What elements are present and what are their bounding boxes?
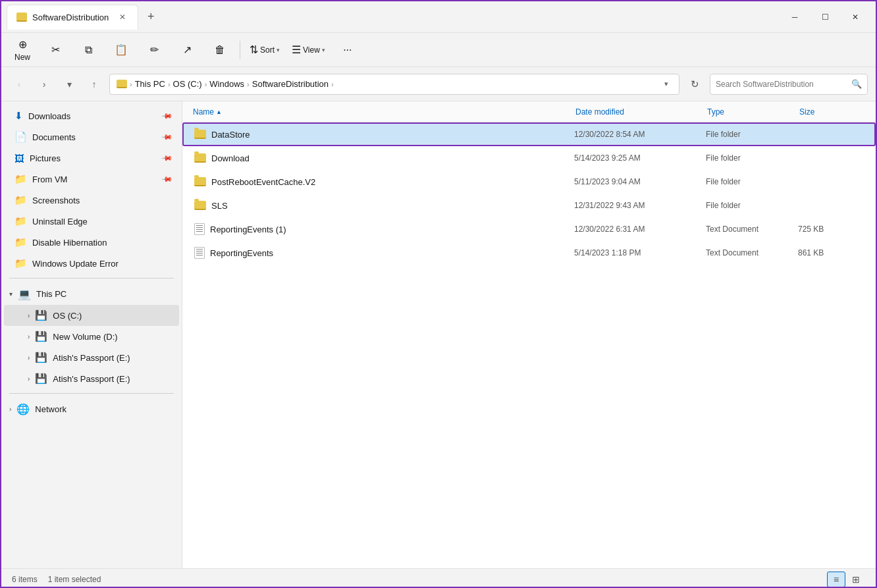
main-layout: ⬇ Downloads 📌 📄 Documents 📌 🖼 Pictures 📌… xyxy=(1,101,876,568)
sidebar-item-passport-e-1[interactable]: › 💾 Atish's Passport (E:) xyxy=(4,347,179,368)
file-name-label: PostRebootEventCache.V2 xyxy=(211,177,315,187)
documents-icon: 📄 xyxy=(14,131,27,143)
sidebar-item-passport-e-2[interactable]: › 💾 Atish's Passport (E:) xyxy=(4,368,179,389)
close-button[interactable]: ✕ xyxy=(840,7,870,28)
column-header-type[interactable]: Type xyxy=(707,107,799,117)
network-chevron-icon: › xyxy=(9,406,11,413)
sidebar-label-this-pc: This PC xyxy=(36,289,66,299)
breadcrumb-expand-button[interactable]: ▾ xyxy=(660,78,672,90)
back-button[interactable]: ‹ xyxy=(9,74,29,94)
column-header-name[interactable]: Name ▲ xyxy=(193,107,575,117)
sidebar-item-os-c[interactable]: › 💾 OS (C:) xyxy=(4,305,179,326)
file-name-cell: PostRebootEventCache.V2 xyxy=(194,177,574,187)
refresh-button[interactable]: ↻ xyxy=(685,74,704,94)
search-input[interactable] xyxy=(716,80,847,89)
sidebar-item-windows-update-error[interactable]: 📁 Windows Update Error xyxy=(4,253,179,274)
breadcrumb-this-pc[interactable]: This PC xyxy=(135,79,165,89)
file-type-cell: File folder xyxy=(706,130,798,139)
tab-close-button[interactable]: ✕ xyxy=(117,11,128,23)
sidebar-label-new-volume-d: New Volume (D:) xyxy=(53,332,117,342)
file-name-label: ReportingEvents xyxy=(210,248,273,258)
sidebar-item-uninstall-edge[interactable]: 📁 Uninstall Edge xyxy=(4,211,179,232)
status-bar: 6 items 1 item selected ≡ ⊞ xyxy=(1,568,876,588)
new-volume-drive-icon: 💾 xyxy=(35,331,47,342)
breadcrumb-software-dist[interactable]: SoftwareDistribution xyxy=(252,79,329,89)
folder-icon xyxy=(194,201,206,210)
toolbar-separator xyxy=(240,41,240,59)
column-header-date[interactable]: Date modified xyxy=(575,107,707,117)
file-name-label: SLS xyxy=(211,201,228,211)
file-name-label: DataStore xyxy=(211,130,250,140)
column-header-size[interactable]: Size xyxy=(799,107,865,117)
table-row[interactable]: SLS 12/31/2022 9:43 AM File folder xyxy=(182,194,876,217)
file-name-cell: ReportingEvents (1) xyxy=(194,223,574,235)
active-tab[interactable]: SoftwareDistribution ✕ xyxy=(7,5,138,30)
maximize-button[interactable]: ☐ xyxy=(810,7,840,28)
new-volume-chevron-icon: › xyxy=(28,333,30,340)
breadcrumb[interactable]: › This PC › OS (C:) › Windows › Software… xyxy=(109,74,679,95)
sidebar-item-disable-hibernation[interactable]: 📁 Disable Hibernation xyxy=(4,232,179,253)
new-tab-button[interactable]: + xyxy=(141,7,161,27)
forward-button[interactable]: › xyxy=(34,74,54,94)
delete-button[interactable]: 🗑 xyxy=(204,36,236,65)
file-date-cell: 12/30/2022 8:54 AM xyxy=(574,130,706,139)
share-button[interactable]: ↗ xyxy=(171,36,203,65)
search-box[interactable]: 🔍 xyxy=(710,74,868,95)
copy-icon: ⧉ xyxy=(85,44,92,56)
file-name-cell: SLS xyxy=(194,201,574,211)
file-type-cell: Text Document xyxy=(706,225,798,234)
file-type-cell: File folder xyxy=(706,177,798,186)
sidebar-label-network: Network xyxy=(35,404,66,414)
pin-icon-from-vm: 📌 xyxy=(160,173,173,185)
file-date-cell: 12/30/2022 6:31 AM xyxy=(574,225,706,234)
sidebar-item-new-volume-d[interactable]: › 💾 New Volume (D:) xyxy=(4,326,179,347)
window-controls: ─ ☐ ✕ xyxy=(780,7,870,28)
up-button[interactable]: ↑ xyxy=(84,74,104,94)
table-row[interactable]: Download 5/14/2023 9:25 AM File folder xyxy=(182,146,876,170)
from-vm-icon: 📁 xyxy=(14,173,27,185)
minimize-button[interactable]: ─ xyxy=(780,7,810,28)
breadcrumb-sep-2: › xyxy=(168,80,171,88)
table-row[interactable]: ReportingEvents 5/14/2023 1:18 PM Text D… xyxy=(182,241,876,265)
sidebar-label-screenshots: Screenshots xyxy=(32,196,80,205)
share-icon: ↗ xyxy=(183,43,192,56)
view-button[interactable]: ☰ View ▾ xyxy=(286,36,331,65)
sort-button[interactable]: ⇅ Sort ▾ xyxy=(244,36,285,65)
sidebar-item-downloads[interactable]: ⬇ Downloads 📌 xyxy=(4,105,179,126)
os-c-chevron-icon: › xyxy=(28,312,30,319)
sort-chevron-icon: ▾ xyxy=(277,47,280,53)
new-icon: ⊕ xyxy=(18,38,27,51)
passport-e2-chevron-icon: › xyxy=(28,375,30,383)
breadcrumb-windows[interactable]: Windows xyxy=(209,79,244,89)
cut-button[interactable]: ✂ xyxy=(40,36,71,65)
more-button[interactable]: ··· xyxy=(332,36,363,65)
paste-button[interactable]: 📋 xyxy=(105,36,137,65)
sidebar: ⬇ Downloads 📌 📄 Documents 📌 🖼 Pictures 📌… xyxy=(1,101,182,568)
rename-button[interactable]: ✏ xyxy=(138,36,170,65)
tab-label: SoftwareDistribution xyxy=(32,13,109,22)
sidebar-item-from-vm[interactable]: 📁 From VM 📌 xyxy=(4,169,179,190)
sidebar-label-passport-e-1: Atish's Passport (E:) xyxy=(53,353,130,363)
sidebar-label-os-c: OS (C:) xyxy=(53,311,82,321)
sidebar-item-pictures[interactable]: 🖼 Pictures 📌 xyxy=(4,147,179,169)
file-list-header: Name ▲ Date modified Type Size xyxy=(182,101,876,122)
sidebar-item-screenshots[interactable]: 📁 Screenshots xyxy=(4,190,179,211)
delete-icon: 🗑 xyxy=(215,44,225,56)
table-row[interactable]: DataStore 12/30/2022 8:54 AM File folder xyxy=(182,122,876,146)
sidebar-this-pc-header[interactable]: ▾ 💻 This PC xyxy=(1,282,182,305)
pin-icon-pictures: 📌 xyxy=(160,151,173,164)
sidebar-network-header[interactable]: › 🌐 Network xyxy=(1,398,182,420)
grid-view-button[interactable]: ⊞ xyxy=(847,572,865,587)
sidebar-item-documents[interactable]: 📄 Documents 📌 xyxy=(4,126,179,147)
new-button[interactable]: ⊕ New xyxy=(7,36,38,65)
recent-locations-button[interactable]: ▾ xyxy=(59,74,79,94)
table-row[interactable]: ReportingEvents (1) 12/30/2022 6:31 AM T… xyxy=(182,217,876,241)
cut-icon: ✂ xyxy=(51,43,60,56)
list-view-button[interactable]: ≡ xyxy=(827,572,845,587)
copy-button[interactable]: ⧉ xyxy=(72,36,104,65)
breadcrumb-os-c[interactable]: OS (C:) xyxy=(173,79,202,89)
tab-area: SoftwareDistribution ✕ + xyxy=(7,5,780,30)
table-row[interactable]: PostRebootEventCache.V2 5/11/2023 9:04 A… xyxy=(182,170,876,194)
folder-icon xyxy=(194,177,206,186)
pictures-icon: 🖼 xyxy=(14,153,24,164)
